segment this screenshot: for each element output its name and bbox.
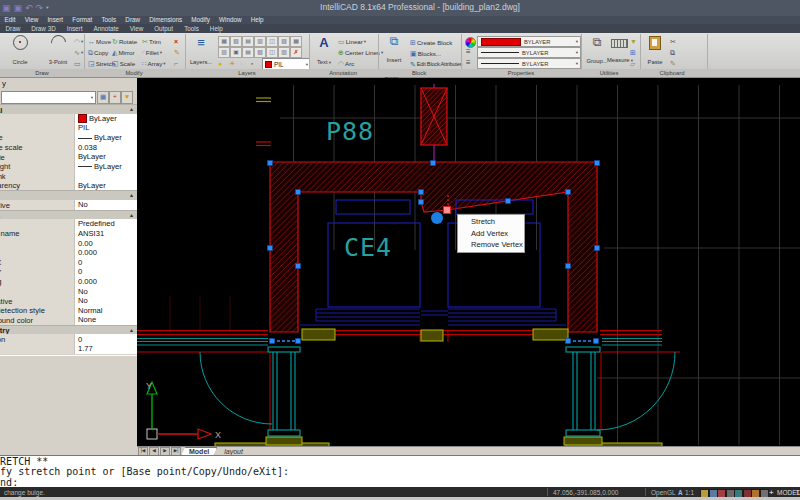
layer-freeze-icon[interactable]: ▫: [240, 58, 242, 68]
ribbon-tab-output[interactable]: Output: [149, 24, 179, 33]
mirror-button[interactable]: ◭Mirror: [112, 47, 135, 57]
menu-help[interactable]: Help: [246, 16, 268, 24]
spline-tool-button[interactable]: ∿▾: [74, 47, 83, 57]
paste-button[interactable]: Paste: [644, 35, 666, 68]
layer-state-icon[interactable]: ◫: [266, 36, 278, 47]
ellipse-tool-button[interactable]: ◠▾: [74, 36, 83, 46]
menu-draw[interactable]: Draw: [121, 16, 145, 24]
layer-state-icon[interactable]: ▨: [278, 36, 290, 47]
ribbon-tab-draw[interactable]: Draw: [0, 24, 26, 33]
filter-properties-button[interactable]: ▼: [121, 91, 133, 104]
cyan-rails[interactable]: [137, 339, 662, 346]
selection-combobox[interactable]: ▾: [1, 91, 96, 104]
edit-block-attributes-button[interactable]: ✎Edit Block Attributes: [410, 59, 462, 69]
menu-insert[interactable]: Insert: [43, 16, 68, 24]
select-entities-button[interactable]: +: [109, 91, 121, 104]
copy-button[interactable]: ⧉Copy: [88, 47, 108, 57]
linetype-control-dropdown[interactable]: BYLAYER▾: [477, 58, 581, 69]
plus-icon[interactable]: +: [769, 488, 774, 497]
hatched-column[interactable]: [421, 88, 447, 145]
format-brush-icon[interactable]: ✎: [670, 58, 676, 68]
lineweight-control-dropdown[interactable]: BYLAYER▾: [477, 47, 581, 58]
ribbon-tab-annotate[interactable]: Annotate: [88, 24, 124, 33]
filter-icon[interactable]: ▼: [630, 36, 637, 46]
ribbon-tab-insert[interactable]: Insert: [61, 24, 88, 33]
coordinates-display[interactable]: 47.056,-391.085,0.000: [553, 489, 618, 496]
layer-state-icon[interactable]: ▦: [290, 36, 302, 47]
title-bar[interactable]: ▣ ▣ ↶ ↷ ▾ IntelliCAD 8.1x64 Professional…: [0, 0, 800, 16]
layer-state-icon[interactable]: ▥: [278, 47, 290, 58]
hatched-wall[interactable]: [270, 162, 597, 332]
layer-state-icon[interactable]: ▦: [218, 36, 230, 47]
layer-state-icon[interactable]: ▤: [242, 47, 254, 58]
layer-state-icon[interactable]: ▥: [218, 47, 230, 58]
trim-button[interactable]: ✂Trim: [142, 36, 161, 46]
arc-dimension-button[interactable]: ◠Arc: [338, 58, 354, 68]
layer-state-icon[interactable]: ◫: [266, 47, 278, 58]
undo-icon[interactable]: ↶: [25, 3, 33, 13]
door-jambs[interactable]: [268, 347, 600, 436]
menu-window[interactable]: Window: [214, 16, 246, 24]
property-row[interactable]: Area1.77: [0, 344, 137, 355]
door-swing-arcs[interactable]: [200, 352, 675, 430]
text-button[interactable]: A Text ▾: [312, 35, 336, 68]
linear-dimension-button[interactable]: ▭Linear▾: [338, 36, 366, 46]
hot-grip[interactable]: [444, 207, 451, 214]
ribbon-tab-help[interactable]: Help: [204, 24, 228, 33]
command-line-window[interactable]: ** STRETCH **Specify stretch point or [B…: [0, 455, 800, 488]
menu-format[interactable]: Format: [68, 16, 97, 24]
layer-delete-icon[interactable]: ✗: [290, 47, 302, 58]
menu-dimensions[interactable]: Dimensions: [145, 16, 187, 24]
save-as-icon[interactable]: ▣: [14, 3, 23, 13]
context-menu-item-remove-vertex[interactable]: Remove Vertex: [458, 239, 524, 251]
layers-button[interactable]: ≡ Layers...: [188, 36, 214, 68]
menu-edit[interactable]: Edit: [0, 16, 20, 24]
cut-icon[interactable]: ✂: [670, 36, 676, 46]
delete-button[interactable]: ×: [174, 36, 178, 46]
menu-tools[interactable]: Tools: [97, 16, 121, 24]
qat-dropdown-icon[interactable]: ▾: [46, 3, 48, 13]
redo-icon[interactable]: ↷: [36, 3, 44, 13]
layer-state-icon[interactable]: ▥: [254, 36, 266, 47]
quick-calc-icon[interactable]: ⊞: [630, 47, 636, 57]
scale-button[interactable]: ◱Scale: [112, 58, 135, 68]
create-block-button[interactable]: ⊞Create Block: [410, 37, 452, 47]
move-button[interactable]: ↔Move: [88, 36, 111, 46]
cursor-pick-point[interactable]: [431, 212, 443, 224]
copy-clip-icon[interactable]: ⧉: [670, 47, 675, 57]
explode-button[interactable]: ⌐: [174, 58, 178, 68]
save-icon[interactable]: ▣: [2, 3, 11, 13]
measure-button[interactable]: Measure ▾: [607, 36, 631, 66]
label-p88[interactable]: P88: [326, 117, 374, 146]
layer-state-icon[interactable]: ▧: [230, 36, 242, 47]
layer-state-icon[interactable]: ▤: [242, 36, 254, 47]
edit-pencil-button[interactable]: ✎: [174, 47, 180, 57]
rectangle-tool-button[interactable]: ▭: [74, 58, 81, 68]
array-button[interactable]: ∷Array▾: [142, 58, 166, 68]
annotation-scale-value[interactable]: 1:1: [685, 489, 694, 496]
color-control-dropdown[interactable]: BYLAYER▾: [477, 36, 581, 47]
context-menu-item-add-vertex[interactable]: Add Vertex: [458, 228, 524, 240]
menu-modify[interactable]: Modify: [187, 16, 215, 24]
menu-view[interactable]: View: [20, 16, 43, 24]
lineweight-icon: ≡: [466, 47, 471, 56]
annotation-scale-icon[interactable]: A: [678, 489, 683, 496]
layer-state-icon[interactable]: ▣: [230, 47, 242, 58]
renderer-label[interactable]: OpenGL: [651, 489, 676, 496]
center-lines-button[interactable]: ⊕Center Lines▾: [338, 47, 383, 57]
blocks-button[interactable]: ▣Blocks...: [410, 48, 441, 58]
layer-thaw-icon[interactable]: ☀: [229, 58, 235, 68]
ribbon-tab-tools[interactable]: Tools: [179, 24, 205, 33]
drawing-canvas[interactable]: P88 CE4 Y X: [137, 78, 800, 446]
context-menu-item-stretch[interactable]: Stretch: [458, 216, 524, 228]
rotate-button[interactable]: ↻Rotate: [112, 36, 137, 46]
label-ce4[interactable]: CE4: [344, 233, 392, 262]
layer-on-icon[interactable]: ●: [218, 58, 222, 68]
ribbon-tab-view[interactable]: View: [124, 24, 149, 33]
ribbon-tab-draw3d[interactable]: Draw 3D: [26, 24, 62, 33]
page-icon[interactable]: ▱: [630, 58, 635, 68]
layer-lock-icon[interactable]: ▪: [251, 58, 253, 68]
fillet-button[interactable]: ◜Fillet▾: [142, 47, 162, 57]
quick-select-button[interactable]: ▦: [97, 91, 109, 104]
layer-state-icon[interactable]: ▧: [254, 47, 266, 58]
